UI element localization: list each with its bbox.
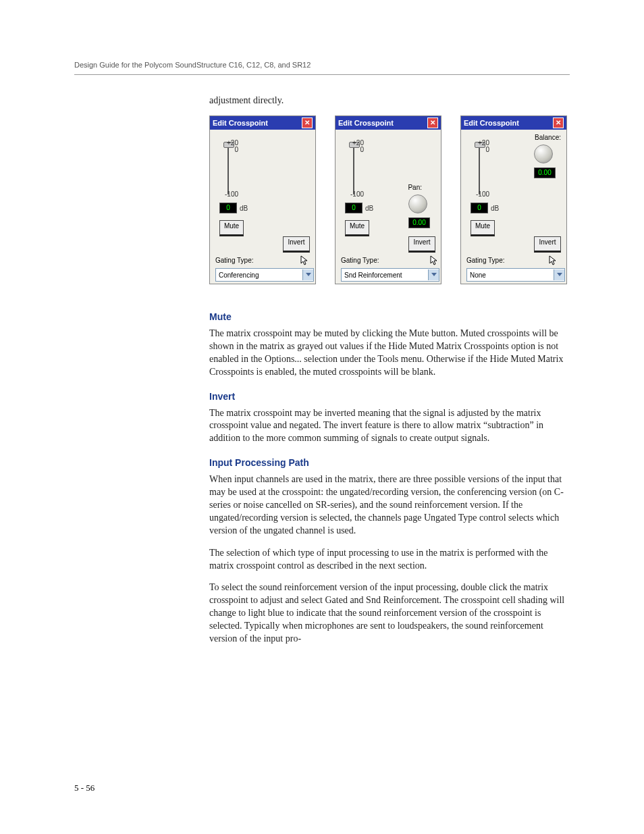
ipp-p3: To select the sound reinforcement versio…	[209, 581, 567, 645]
balance-knob[interactable]	[534, 145, 553, 163]
scale-bottom: -100	[350, 190, 364, 198]
pan-knob[interactable]	[408, 194, 427, 213]
gating-type-select[interactable]: Snd Reinforcement	[341, 268, 439, 282]
edit-crosspoint-panel-1: Edit Crosspoint ✕ +20 0 -100 0 dB	[209, 115, 316, 284]
mute-body: The matrix crosspoint may be muted by cl…	[209, 328, 567, 379]
db-unit: dB	[491, 205, 499, 212]
scale-zero: 0	[234, 146, 238, 153]
balance-readout: 0.00	[534, 167, 556, 178]
panel-title: Edit Crosspoint	[338, 119, 394, 127]
gating-value: Snd Reinforcement	[344, 271, 402, 279]
header-divider	[74, 74, 570, 75]
invert-button[interactable]: Invert	[408, 236, 435, 253]
edit-crosspoint-panel-3: Edit Crosspoint ✕ +20 0 -100 0 dB	[460, 115, 567, 284]
mute-heading: Mute	[209, 311, 567, 322]
screenshots-row: Edit Crosspoint ✕ +20 0 -100 0 dB	[209, 115, 567, 284]
gating-value: None	[470, 271, 486, 279]
mute-button[interactable]: Mute	[345, 220, 369, 236]
scale-zero: 0	[485, 146, 489, 153]
cursor-icon	[430, 255, 438, 266]
gating-type-label: Gating Type:	[466, 257, 505, 264]
panel-title: Edit Crosspoint	[213, 119, 268, 127]
pan-label: Pan:	[408, 184, 422, 191]
scale-zero: 0	[360, 146, 364, 153]
page-header: Design Guide for the Polycom SoundStruct…	[74, 61, 570, 69]
mute-button[interactable]: Mute	[219, 220, 244, 236]
ipp-p1: When input channels are used in the matr…	[209, 473, 567, 537]
page-number: 5 - 56	[74, 783, 95, 793]
close-icon[interactable]: ✕	[553, 118, 564, 128]
mute-button[interactable]: Mute	[471, 220, 495, 236]
db-value[interactable]: 0	[471, 203, 488, 213]
db-unit: dB	[240, 205, 248, 212]
cursor-icon	[300, 255, 308, 266]
edit-crosspoint-panel-2: Edit Crosspoint ✕ +20 0 -100 0 dB	[335, 115, 441, 284]
scale-bottom: -100	[476, 190, 489, 198]
db-value[interactable]: 0	[219, 203, 237, 213]
ipp-p2: The selection of which type of input pro…	[209, 547, 567, 573]
gating-type-label: Gating Type:	[341, 257, 379, 264]
pan-readout: 0.00	[408, 217, 430, 228]
chevron-down-icon[interactable]	[428, 269, 439, 280]
cursor-icon	[549, 255, 557, 266]
invert-button[interactable]: Invert	[534, 236, 561, 253]
gating-type-label: Gating Type:	[215, 257, 254, 264]
db-value[interactable]: 0	[345, 203, 363, 213]
gating-value: Conferencing	[219, 271, 259, 279]
intro-text: adjustment directly.	[209, 95, 567, 106]
invert-heading: Invert	[209, 391, 567, 402]
db-unit: dB	[365, 205, 373, 212]
gating-type-select[interactable]: Conferencing	[215, 268, 314, 282]
chevron-down-icon[interactable]	[302, 269, 313, 280]
close-icon[interactable]: ✕	[427, 118, 438, 128]
chevron-down-icon[interactable]	[554, 269, 564, 280]
scale-bottom: -100	[225, 190, 238, 198]
gating-type-select[interactable]: None	[466, 268, 565, 282]
input-processing-heading: Input Processing Path	[209, 457, 567, 468]
invert-button[interactable]: Invert	[283, 236, 310, 253]
close-icon[interactable]: ✕	[302, 118, 313, 128]
invert-body: The matrix crosspoint may be inverted me…	[209, 407, 567, 446]
balance-label: Balance:	[535, 134, 561, 141]
panel-title: Edit Crosspoint	[464, 119, 519, 127]
